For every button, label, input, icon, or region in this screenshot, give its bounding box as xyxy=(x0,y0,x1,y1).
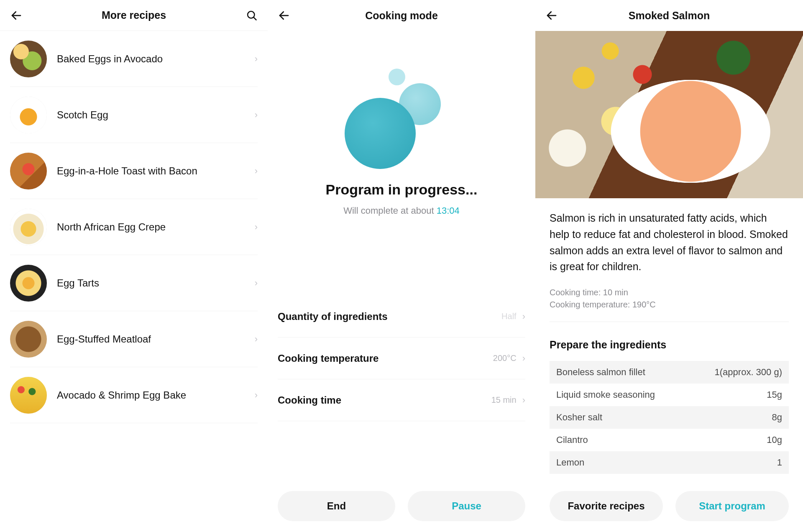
chevron-right-icon: › xyxy=(255,166,258,176)
topbar: More recipes xyxy=(0,0,268,31)
setting-quantity[interactable]: Quantity of ingredients Half › xyxy=(278,296,525,338)
search-icon[interactable] xyxy=(246,10,258,21)
panel-recipe-detail: Smoked Salmon Salmon is rich in unsatura… xyxy=(535,0,803,532)
progress-animation xyxy=(278,60,525,177)
recipe-meta: Cooking time: 10 min Cooking temperature… xyxy=(550,286,789,322)
favorite-recipes-button[interactable]: Favorite recipes xyxy=(550,491,663,521)
complete-time: 13:04 xyxy=(437,205,460,216)
ingredient-name: Lemon xyxy=(556,457,777,468)
panel-more-recipes: More recipes Baked Eggs in Avocado › Sco… xyxy=(0,0,268,532)
page-title: Cooking mode xyxy=(365,10,438,22)
recipe-name: Avocado & Shrimp Egg Bake xyxy=(57,389,255,401)
back-icon[interactable] xyxy=(10,9,23,22)
recipe-hero-image xyxy=(535,31,803,198)
recipe-name: Egg-in-a-Hole Toast with Bacon xyxy=(57,165,255,177)
back-icon[interactable] xyxy=(545,9,558,22)
ingredient-amount: 1(approx. 300 g) xyxy=(715,367,782,378)
page-title: Smoked Salmon xyxy=(629,10,710,22)
ingredient-amount: 15g xyxy=(767,389,782,400)
chevron-right-icon: › xyxy=(522,354,525,363)
cooking-time-label: Cooking time: xyxy=(550,288,603,297)
recipe-thumb xyxy=(10,321,47,358)
ingredient-row: Liquid smoke seasoning 15g xyxy=(550,384,789,406)
recipe-row[interactable]: North African Egg Crepe › xyxy=(10,199,258,255)
recipe-thumb xyxy=(10,377,47,414)
recipe-list: Baked Eggs in Avocado › Scotch Egg › Egg… xyxy=(0,31,268,423)
ingredient-name: Cilantro xyxy=(556,435,767,445)
cooking-temp-label: Cooking temperature: xyxy=(550,300,632,309)
chevron-right-icon: › xyxy=(255,110,258,120)
panel-cooking-mode: Cooking mode Program in progress... Will… xyxy=(268,0,535,532)
setting-label: Cooking time xyxy=(278,394,491,406)
ingredient-row: Cilantro 10g xyxy=(550,429,789,451)
ingredients-table: Boneless salmon fillet 1(approx. 300 g) … xyxy=(550,361,789,474)
page-title: More recipes xyxy=(102,9,166,21)
ingredient-amount: 8g xyxy=(772,412,782,423)
recipe-thumb xyxy=(10,41,47,77)
ingredient-row: Lemon 1 xyxy=(550,451,789,474)
topbar: Smoked Salmon xyxy=(535,0,803,31)
recipe-description: Salmon is rich in unsaturated fatty acid… xyxy=(550,210,789,275)
ingredient-name: Kosher salt xyxy=(556,412,772,423)
chevron-right-icon: › xyxy=(255,335,258,344)
recipe-row[interactable]: Egg Tarts › xyxy=(10,255,258,311)
recipe-thumb xyxy=(10,265,47,302)
recipe-name: Egg-Stuffed Meatloaf xyxy=(57,333,255,345)
setting-value: Half xyxy=(501,312,517,321)
settings-list: Quantity of ingredients Half › Cooking t… xyxy=(278,296,525,421)
pause-button[interactable]: Pause xyxy=(408,491,525,521)
back-icon[interactable] xyxy=(278,9,290,22)
recipe-name: North African Egg Crepe xyxy=(57,221,255,233)
setting-label: Quantity of ingredients xyxy=(278,311,501,322)
recipe-thumb xyxy=(10,209,47,246)
start-program-button[interactable]: Start program xyxy=(675,491,789,521)
button-row: End Pause xyxy=(268,491,535,521)
recipe-row[interactable]: Egg-in-a-Hole Toast with Bacon › xyxy=(10,143,258,199)
chevron-right-icon: › xyxy=(255,279,258,288)
ingredient-name: Boneless salmon fillet xyxy=(556,367,715,378)
recipe-thumb xyxy=(10,97,47,133)
chevron-right-icon: › xyxy=(255,391,258,400)
cooking-time-value: 10 min xyxy=(603,288,628,297)
setting-temperature[interactable]: Cooking temperature 200°C › xyxy=(278,338,525,379)
recipe-row[interactable]: Egg-Stuffed Meatloaf › xyxy=(10,311,258,367)
chevron-right-icon: › xyxy=(522,396,525,405)
recipe-name: Scotch Egg xyxy=(57,109,255,121)
end-button[interactable]: End xyxy=(278,491,395,521)
chevron-right-icon: › xyxy=(522,312,525,321)
svg-line-2 xyxy=(253,17,256,20)
button-row: Favorite recipes Start program xyxy=(535,491,803,521)
ingredient-amount: 10g xyxy=(767,435,782,445)
chevron-right-icon: › xyxy=(255,54,258,64)
recipe-thumb xyxy=(10,153,47,189)
recipe-row[interactable]: Scotch Egg › xyxy=(10,87,258,143)
topbar: Cooking mode xyxy=(268,0,535,31)
ingredient-row: Kosher salt 8g xyxy=(550,406,789,429)
ingredient-row: Boneless salmon fillet 1(approx. 300 g) xyxy=(550,361,789,384)
setting-value: 15 min xyxy=(491,395,517,405)
setting-time[interactable]: Cooking time 15 min › xyxy=(278,379,525,421)
recipe-row[interactable]: Avocado & Shrimp Egg Bake › xyxy=(10,367,258,423)
recipe-row[interactable]: Baked Eggs in Avocado › xyxy=(10,31,258,87)
progress-subtext: Will complete at about 13:04 xyxy=(278,205,525,216)
ingredient-name: Liquid smoke seasoning xyxy=(556,389,767,400)
progress-heading: Program in progress... xyxy=(278,182,525,198)
setting-label: Cooking temperature xyxy=(278,353,493,364)
cooking-temp-value: 190°C xyxy=(632,300,656,309)
chevron-right-icon: › xyxy=(255,223,258,232)
ingredient-amount: 1 xyxy=(777,457,782,468)
section-title: Prepare the ingredients xyxy=(550,339,789,351)
setting-value: 200°C xyxy=(493,353,517,363)
complete-prefix: Will complete at about xyxy=(343,205,437,216)
recipe-name: Egg Tarts xyxy=(57,277,255,289)
recipe-name: Baked Eggs in Avocado xyxy=(57,53,255,65)
